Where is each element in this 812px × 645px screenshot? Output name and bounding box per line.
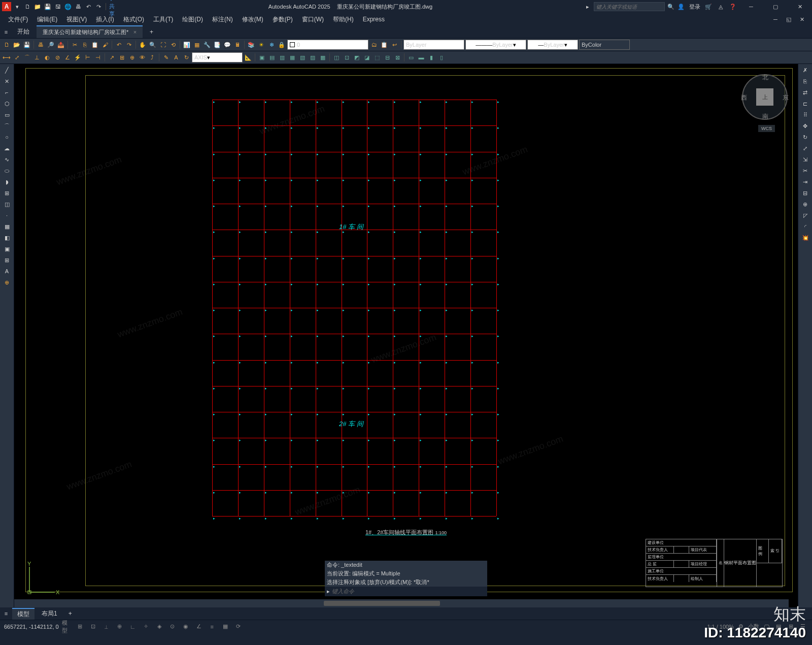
sb-polar-icon[interactable]: ✧ (141, 622, 151, 632)
plot-icon[interactable]: 🖶 (74, 3, 82, 11)
rb-pan-icon[interactable]: ✋ (138, 40, 147, 49)
login-button[interactable]: 登录 (689, 3, 700, 11)
view-cube-top[interactable]: 上 (756, 88, 773, 106)
app-logo[interactable]: A (2, 2, 11, 11)
user-icon[interactable]: 👤 (677, 3, 685, 11)
menu-format[interactable]: 格式(O) (119, 14, 148, 25)
arc-icon[interactable]: ⌒ (1, 121, 13, 131)
rb-dimrad-icon[interactable]: ◐ (43, 53, 52, 62)
sb-iso-icon[interactable]: ◈ (154, 622, 164, 632)
rb-copy-icon[interactable]: ⎘ (80, 40, 89, 49)
explode-icon[interactable]: 💥 (799, 233, 811, 243)
rb-undo2-icon[interactable]: ↶ (114, 40, 123, 49)
rb-t9-icon[interactable]: ⊡ (342, 53, 351, 62)
mirror-icon[interactable]: ⇄ (799, 87, 811, 98)
share-icon[interactable]: ✈ 共享 (109, 3, 117, 11)
compass-s[interactable]: 南 (762, 112, 768, 121)
copy2-icon[interactable]: ⎘ (799, 76, 811, 86)
line-icon[interactable]: ╱ (1, 65, 13, 75)
rb-freeze-icon[interactable]: ❄ (267, 40, 276, 49)
rb-dimted-icon[interactable]: A (172, 53, 181, 62)
web-icon[interactable]: 🌐 (64, 3, 72, 11)
fillet-icon[interactable]: ◜ (799, 221, 811, 232)
rb-t2-icon[interactable]: ▤ (267, 53, 277, 62)
rb-t12-icon[interactable]: ⬚ (373, 53, 382, 62)
rb-dimord-icon[interactable]: ⊥ (32, 53, 42, 62)
wcs-badge[interactable]: WCS (758, 125, 775, 132)
rb-design-icon[interactable]: ▦ (192, 40, 201, 49)
spline-icon[interactable]: ∿ (1, 154, 13, 165)
rb-props-icon[interactable]: 📊 (182, 40, 191, 49)
rb-leader-icon[interactable]: ↗ (107, 53, 116, 62)
menu-draw[interactable]: 绘图(D) (178, 14, 207, 25)
block-icon[interactable]: ◫ (1, 199, 13, 209)
saveas-icon[interactable]: 🖫 (54, 3, 62, 11)
rb-sun-icon[interactable]: ☀ (257, 40, 266, 49)
join-icon[interactable]: ⊕ (799, 199, 811, 209)
minimize-button[interactable]: ─ (741, 0, 761, 13)
tab-model[interactable]: 模型 (12, 608, 35, 620)
tabs-menu-icon[interactable]: ≡ (2, 28, 10, 36)
menu-param[interactable]: 参数(P) (268, 14, 297, 25)
menu-modify[interactable]: 修改(M) (238, 14, 267, 25)
rb-t4-icon[interactable]: ▦ (288, 53, 297, 62)
rb-t17-icon[interactable]: ▮ (427, 53, 436, 62)
rb-dimedit-icon[interactable]: ✎ (161, 53, 171, 62)
sb-infer-icon[interactable]: ⟂ (101, 622, 112, 632)
apps-icon[interactable]: ◬ (717, 3, 725, 11)
rb-lock-icon[interactable]: 🔒 (277, 40, 286, 49)
search-icon[interactable]: 🔍 (667, 3, 675, 11)
rotate-icon[interactable]: ↻ (799, 132, 811, 142)
array-icon[interactable]: ⠿ (799, 110, 811, 120)
ellarc-icon[interactable]: ◗ (1, 177, 13, 187)
doc-restore-button[interactable]: ◱ (783, 14, 795, 24)
search-input[interactable] (594, 2, 665, 11)
rb-dimqk-icon[interactable]: ⚡ (73, 53, 82, 62)
insert-icon[interactable]: ⊞ (1, 188, 13, 198)
rb-t6-icon[interactable]: ▨ (308, 53, 317, 62)
addsel-icon[interactable]: ⊕ (1, 277, 13, 287)
rb-dimang-icon[interactable]: ∠ (63, 53, 72, 62)
rb-dimstyle-icon[interactable]: 📐 (244, 53, 253, 62)
rb-layerprev-icon[interactable]: ↩ (390, 40, 399, 49)
rb-save-icon[interactable]: 💾 (22, 40, 31, 49)
rb-t13-icon[interactable]: ⊟ (383, 53, 392, 62)
dimstyle-dropdown[interactable]: AXIS ▾ (192, 52, 243, 62)
chamfer-icon[interactable]: ◸ (799, 210, 811, 220)
rb-t15-icon[interactable]: ▭ (407, 53, 416, 62)
rb-t1-icon[interactable]: ▣ (257, 53, 266, 62)
rb-zoomprev-icon[interactable]: ⟲ (168, 40, 178, 49)
tab-layout1[interactable]: 布局1 (37, 608, 62, 619)
rb-new-icon[interactable]: 🗋 (2, 40, 11, 49)
doc-minimize-button[interactable]: ─ (769, 14, 782, 24)
save-icon[interactable]: 💾 (44, 3, 52, 11)
rb-match-icon[interactable]: 🖌 (100, 40, 110, 49)
rb-t14-icon[interactable]: ⊠ (393, 53, 402, 62)
tab-close-icon[interactable]: × (133, 29, 137, 35)
sb-otrack-icon[interactable]: ∠ (194, 622, 204, 632)
hatch-icon[interactable]: ▦ (1, 221, 13, 232)
scroll-thumb[interactable] (324, 601, 440, 606)
rb-dimalign-icon[interactable]: ⤢ (12, 53, 21, 62)
mtext-icon[interactable]: A (1, 266, 13, 276)
break-icon[interactable]: ⊟ (799, 188, 811, 198)
plotstyle-dropdown[interactable]: ByColor (579, 40, 630, 50)
rb-zoomwin-icon[interactable]: ⛶ (158, 40, 167, 49)
menu-file[interactable]: 文件(F) (4, 14, 32, 25)
rb-calc-icon[interactable]: 🖩 (233, 40, 242, 49)
view-cube[interactable]: 上 北 南 东 西 (742, 74, 788, 120)
maximize-button[interactable]: ▢ (765, 0, 786, 13)
trim-icon[interactable]: ✂ (799, 166, 811, 176)
sb-osnap-icon[interactable]: ⊙ (167, 622, 178, 632)
layer-dropdown[interactable]: 0 (287, 40, 368, 50)
menu-dropdown-icon[interactable]: ▾ (13, 3, 21, 11)
sb-snap-icon[interactable]: ⊡ (88, 622, 98, 632)
extend-icon[interactable]: ⇥ (799, 177, 811, 187)
rb-t10-icon[interactable]: ◩ (352, 53, 361, 62)
rb-layermgr-icon[interactable]: 🗂 (369, 40, 379, 49)
xline-icon[interactable]: ✕ (1, 76, 13, 86)
rb-markup-icon[interactable]: 💬 (223, 40, 232, 49)
pline-icon[interactable]: ⌐ (1, 87, 13, 98)
sb-dyn-icon[interactable]: ⊕ (115, 622, 125, 632)
erase-icon[interactable]: ✗ (799, 65, 811, 75)
